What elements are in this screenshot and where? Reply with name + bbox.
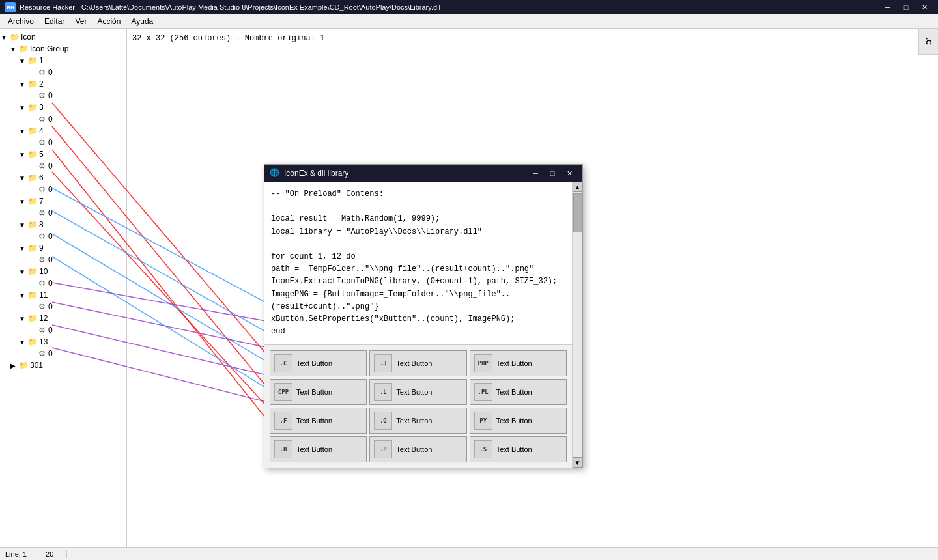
tree-item-11-0[interactable]: ⚙0 [0,301,126,313]
minimize-button[interactable]: ─ [879,0,896,14]
gear-icon: ⚙ [36,137,47,148]
tree-expand-icon[interactable]: ▼ [18,104,26,111]
menu-ayuda[interactable]: Ayuda [126,16,158,27]
grid-button-4[interactable]: .L Text Button [369,379,466,405]
tree-item-12[interactable]: ▼📁12 [0,313,126,324]
code-line: for count=1, 12 do [271,251,565,263]
menu-archivo[interactable]: Archivo [3,16,39,27]
tree-item-1-0[interactable]: ⚙0 [0,66,126,78]
btn-label: Text Button [496,417,532,425]
dialog-titlebar: 🌐 IconEx & dll library ─ □ ✕ [264,165,582,182]
menu-accion[interactable]: Acción [92,16,126,27]
dialog-minimize-button[interactable]: ─ [528,166,543,180]
btn-file-icon: .S [474,440,492,458]
grid-button-0[interactable]: .C Text Button [270,350,367,376]
grid-button-7[interactable]: .Q Text Button [369,408,466,434]
btn-label: Text Button [396,417,432,425]
tree-expand-icon[interactable]: ▶ [9,361,17,369]
tree-item-12-0[interactable]: ⚙0 [0,324,126,336]
menu-ver[interactable]: Ver [70,16,92,27]
btn-file-icon: .H [274,440,292,458]
tree-item-7-0[interactable]: ⚙0 [0,207,126,219]
grid-button-1[interactable]: .J Text Button [369,350,466,376]
tree-item-6[interactable]: ▼📁6 [0,172,126,184]
close-button[interactable]: ✕ [916,0,933,14]
dialog-close-button[interactable]: ✕ [561,166,577,180]
tree-expand-icon[interactable]: ▼ [18,150,26,158]
tree-item-9[interactable]: ▼📁9 [0,242,126,254]
tree-item-11[interactable]: ▼📁11 [0,289,126,301]
grid-button-5[interactable]: .PL Text Button [470,379,567,405]
tree-item-13-0[interactable]: ⚙0 [0,348,126,359]
btn-label: Text Button [496,445,532,453]
scroll-thumb[interactable] [573,193,582,232]
tree-item-301[interactable]: ▶📁301 [0,359,126,371]
tree-expand-icon[interactable]: ▼ [18,127,26,135]
dialog-code-area[interactable]: -- "On Preload" Contens: local result = … [264,182,572,345]
tree-item-13[interactable]: ▼📁13 [0,336,126,348]
tree-item-label: 0 [48,302,53,311]
tree-item-5[interactable]: ▼📁5 [0,148,126,160]
gear-icon: ⚙ [36,114,47,124]
grid-button-3[interactable]: CPP Text Button [270,379,367,405]
tree-expand-icon[interactable]: ▼ [18,338,26,346]
tree-item-icon[interactable]: ▼📁Icon [0,31,126,43]
tree-expand-icon[interactable]: ▼ [18,291,26,299]
code-line: -- "On Preload" Contens: [271,188,565,201]
tree-expand-icon[interactable]: ▼ [18,197,26,205]
tree-expand-icon[interactable]: ▼ [18,57,26,64]
tree-item-7[interactable]: ▼📁7 [0,195,126,207]
menu-editar[interactable]: Editar [39,16,70,27]
grid-button-8[interactable]: PY Text Button [470,408,567,434]
tree-expand-icon[interactable]: ▼ [0,33,8,41]
tree-item-10[interactable]: ▼📁10 [0,266,126,277]
tree-item-2-0[interactable]: ⚙0 [0,90,126,102]
tree-expand-icon[interactable]: ▼ [9,45,17,53]
tree-item-8-0[interactable]: ⚙0 [0,231,126,242]
tree-item-3-0[interactable]: ⚙0 [0,113,126,125]
tree-item-label: 10 [39,267,48,276]
tree-item-6-0[interactable]: ⚙0 [0,184,126,195]
btn-file-icon: .J [374,354,392,372]
tree-item-9-0[interactable]: ⚙0 [0,254,126,266]
tree-item-1[interactable]: ▼📁1 [0,55,126,66]
dialog-maximize-button[interactable]: □ [545,166,560,180]
tree-expand-icon[interactable]: ▼ [18,244,26,252]
btn-file-icon: .P [374,440,392,458]
maximize-button[interactable]: □ [898,0,915,14]
grid-button-11[interactable]: .S Text Button [470,436,567,462]
tree-item-label: 4 [39,126,44,135]
dialog-controls: ─ □ ✕ [528,166,577,180]
tree-item-icon-group[interactable]: ▼📁Icon Group [0,43,126,55]
folder-icon: 📁 [27,337,38,347]
code-line: xButton.SetProperties("xButton"..(count)… [271,313,565,326]
gear-icon: ⚙ [36,301,47,312]
compile-button[interactable]: .C [918,29,938,55]
folder-icon: 📁 [27,266,38,277]
tree-expand-icon[interactable]: ▼ [18,268,26,275]
tree-expand-icon[interactable]: ▼ [18,221,26,229]
tree-item-10-0[interactable]: ⚙0 [0,277,126,289]
grid-button-9[interactable]: .H Text Button [270,436,367,462]
tree-item-label: 0 [48,91,53,100]
folder-icon: 📁 [18,44,29,54]
scroll-down-button[interactable]: ▼ [573,457,583,468]
tree-item-label: 301 [30,361,43,370]
tree-item-4[interactable]: ▼📁4 [0,125,126,137]
tree-expand-icon[interactable]: ▼ [18,80,26,88]
dialog-scrollbar[interactable]: ▲ ▼ [572,182,582,468]
tree-item-5-0[interactable]: ⚙0 [0,160,126,172]
tree-expand-icon[interactable]: ▼ [18,315,26,322]
tree-item-3[interactable]: ▼📁3 [0,102,126,113]
tree-item-2[interactable]: ▼📁2 [0,78,126,90]
tree-item-4-0[interactable]: ⚙0 [0,137,126,148]
grid-button-2[interactable]: PHP Text Button [470,350,567,376]
tree-item-label: 8 [39,220,44,229]
scroll-up-button[interactable]: ▲ [573,182,583,192]
tree-expand-icon[interactable]: ▼ [18,174,26,182]
folder-icon: 📁 [27,219,38,230]
grid-button-6[interactable]: .F Text Button [270,408,367,434]
status-bar: Line: 1 20 [0,547,938,560]
grid-button-10[interactable]: .P Text Button [369,436,466,462]
tree-item-8[interactable]: ▼📁8 [0,219,126,231]
